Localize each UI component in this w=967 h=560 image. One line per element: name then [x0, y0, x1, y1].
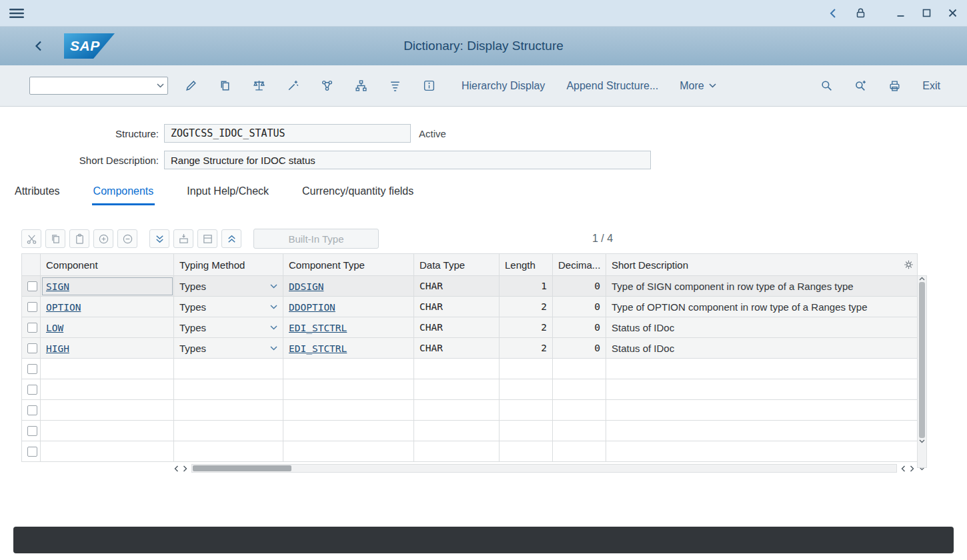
chevron-down-icon[interactable]: [270, 325, 277, 330]
row-checkbox[interactable]: [27, 281, 37, 291]
minimize-icon[interactable]: [896, 8, 906, 18]
column-header-component-type[interactable]: Component Type: [283, 254, 414, 276]
compare-icon[interactable]: [247, 75, 270, 97]
typing-method-select[interactable]: Types: [179, 322, 277, 333]
tab-components[interactable]: Components: [92, 185, 155, 205]
scroll-down-icon[interactable]: [919, 439, 925, 443]
back-button[interactable]: [33, 40, 44, 52]
tab-currency-quantity-fields[interactable]: Currency/quantity fields: [301, 185, 415, 205]
select-all-header[interactable]: [22, 254, 41, 276]
insert-row-icon[interactable]: [93, 229, 113, 248]
component-link[interactable]: SIGN: [46, 281, 69, 292]
row-checkbox[interactable]: [27, 426, 37, 436]
scroll-right-icon[interactable]: [908, 463, 916, 473]
maximize-icon[interactable]: [922, 8, 932, 18]
row-checkbox[interactable]: [27, 323, 37, 333]
display-change-icon[interactable]: [179, 75, 202, 97]
column-header-decimals[interactable]: Decima...: [553, 254, 606, 276]
horizontal-scrollbar-thumb[interactable]: [193, 465, 291, 471]
lock-icon[interactable]: [855, 7, 866, 19]
insert-line-icon[interactable]: [173, 229, 193, 248]
vertical-scrollbar-thumb[interactable]: [919, 282, 925, 438]
paste-rows-icon[interactable]: [69, 229, 89, 248]
tab-input-help-check[interactable]: Input Help/Check: [185, 185, 270, 205]
hierarchy-display-button[interactable]: Hierarchy Display: [461, 80, 545, 92]
built-in-type-button[interactable]: Built-In Type: [253, 229, 379, 249]
more-button[interactable]: More: [680, 80, 716, 92]
scroll-left-icon[interactable]: [172, 463, 181, 473]
copy-icon[interactable]: [213, 75, 236, 97]
structure-field[interactable]: ZOGTCSS_IDOC_STATUS: [164, 124, 411, 143]
typing-method-select[interactable]: Types: [179, 343, 277, 354]
hierarchy-icon[interactable]: [349, 75, 372, 97]
print-icon[interactable]: [888, 79, 901, 92]
append-structure-button[interactable]: Append Structure...: [566, 80, 658, 92]
runtime-object-icon[interactable]: [315, 75, 338, 97]
chevron-down-icon[interactable]: [153, 83, 167, 88]
length-cell: 2: [500, 338, 553, 359]
sort-icon[interactable]: [383, 75, 406, 97]
scroll-left-icon[interactable]: [899, 463, 908, 473]
grid-toolbar: Built-In Type 1 / 4: [21, 228, 927, 249]
typing-method-select[interactable]: Types: [179, 281, 277, 292]
system-bar: [0, 0, 967, 27]
length-cell: 2: [500, 297, 553, 317]
column-header-short-description[interactable]: Short Description: [606, 254, 918, 276]
search-icon[interactable]: [820, 79, 833, 92]
component-type-link[interactable]: DDSIGN: [289, 281, 323, 292]
horizontal-scrollbar[interactable]: [191, 464, 897, 473]
typing-method-select[interactable]: Types: [179, 301, 277, 313]
close-icon[interactable]: [948, 8, 958, 18]
decimals-cell: 0: [553, 338, 606, 359]
scroll-right-icon[interactable]: [181, 463, 189, 473]
back-icon[interactable]: [828, 8, 838, 19]
horizontal-scroll-row: [21, 463, 927, 474]
row-checkbox[interactable]: [27, 385, 37, 395]
component-link[interactable]: LOW: [46, 323, 63, 333]
row-checkbox[interactable]: [27, 302, 37, 312]
grid-body: Component Typing Method Component Type D…: [21, 253, 927, 462]
component-link[interactable]: OPTION: [46, 302, 81, 313]
application-toolbar: Hierarchy Display Append Structure... Mo…: [0, 65, 967, 107]
row-position-indicator: 1 / 4: [592, 233, 613, 245]
column-header-typing-method[interactable]: Typing Method: [174, 254, 283, 276]
exit-button[interactable]: Exit: [922, 80, 940, 92]
chevron-down-icon[interactable]: [270, 346, 277, 351]
column-header-length[interactable]: Length: [500, 254, 553, 276]
row-checkbox[interactable]: [27, 405, 37, 415]
short-description-field[interactable]: Range Structure for IDOC status: [164, 151, 651, 169]
command-field[interactable]: [29, 77, 168, 95]
component-type-link[interactable]: EDI_STCTRL: [289, 323, 347, 333]
vertical-scrollbar[interactable]: [917, 275, 927, 468]
table-header-row: Component Typing Method Component Type D…: [22, 254, 918, 276]
component-type-link[interactable]: DDOPTION: [289, 302, 335, 313]
component-link[interactable]: HIGH: [46, 343, 69, 354]
where-used-icon[interactable]: [281, 75, 304, 97]
delete-row-icon[interactable]: [117, 229, 137, 248]
copy-rows-icon[interactable]: [45, 229, 65, 248]
column-header-component[interactable]: Component: [41, 254, 174, 276]
window-controls: [828, 7, 958, 19]
search-next-icon[interactable]: [854, 79, 867, 92]
scroll-to-top-icon[interactable]: [221, 229, 241, 248]
column-header-data-type[interactable]: Data Type: [414, 254, 500, 276]
info-icon[interactable]: [417, 75, 440, 97]
sap-logo: SAP: [64, 33, 115, 59]
component-type-link[interactable]: EDI_STCTRL: [289, 343, 347, 354]
scroll-up-icon[interactable]: [919, 277, 925, 281]
menu-icon[interactable]: [9, 8, 24, 19]
command-input[interactable]: [30, 77, 153, 94]
row-checkbox[interactable]: [27, 447, 37, 457]
append-line-icon[interactable]: [197, 229, 217, 248]
tab-attributes[interactable]: Attributes: [13, 185, 61, 205]
structure-label: Structure:: [13, 128, 159, 139]
table-settings-icon[interactable]: [904, 260, 914, 270]
row-checkbox[interactable]: [27, 343, 37, 353]
components-table: Component Typing Method Component Type D…: [21, 253, 918, 462]
chevron-down-icon[interactable]: [270, 305, 277, 309]
cut-icon[interactable]: [21, 229, 41, 248]
scroll-to-bottom-icon[interactable]: [149, 229, 169, 248]
chevron-down-icon[interactable]: [270, 284, 277, 289]
status-bar: [13, 527, 954, 553]
row-checkbox[interactable]: [27, 364, 37, 374]
